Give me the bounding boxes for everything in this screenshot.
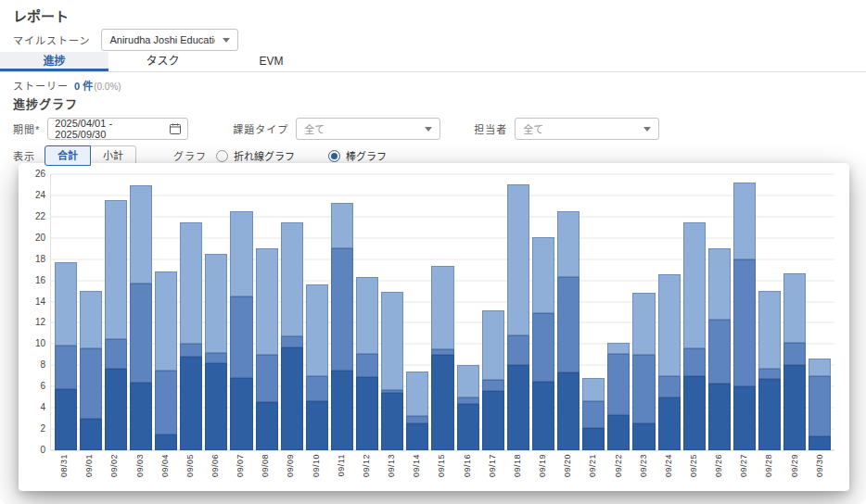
bar-segment-series-2	[658, 376, 681, 397]
bar-09/24[interactable]	[658, 174, 681, 450]
bar-09/19[interactable]	[532, 174, 554, 450]
bar-09/20[interactable]	[557, 174, 579, 450]
bar-09/26[interactable]	[708, 174, 731, 450]
bar-graph-radio[interactable]: 棒グラフ	[328, 148, 396, 163]
bar-segment-series-2	[683, 348, 706, 376]
bar-09/16[interactable]	[457, 174, 479, 450]
bar-segment-series-3	[256, 248, 278, 355]
bar-09/05[interactable]	[180, 174, 202, 450]
bar-segment-series-2	[155, 371, 177, 435]
stacked-bar-chart: 02468101214161820222426 08/3109/0109/020…	[24, 174, 834, 489]
y-tick-label: 26	[35, 170, 45, 179]
bar-segment-series-1	[457, 404, 479, 450]
x-tick-label: 09/02	[102, 450, 127, 489]
issue-type-label: 課題タイプ	[233, 121, 288, 136]
period-date-range-input[interactable]: 2025/04/01 - 2025/09/30	[47, 118, 188, 140]
bar-segment-series-2	[557, 277, 579, 372]
bar-segment-series-1	[783, 365, 806, 450]
bar-segment-series-2	[180, 344, 202, 357]
bar-09/25[interactable]	[683, 174, 706, 450]
x-tick-label: 09/27	[732, 450, 757, 489]
bar-09/14[interactable]	[406, 174, 428, 450]
assignee-select[interactable]: 全て	[515, 118, 659, 140]
bar-09/04[interactable]	[155, 174, 177, 450]
story-percent: (0.0%)	[94, 82, 121, 92]
bar-segment-series-1	[381, 393, 403, 450]
bar-09/12[interactable]	[356, 174, 378, 450]
bar-graph-radio-label: 棒グラフ	[346, 148, 387, 163]
bar-segment-series-3	[683, 222, 706, 348]
bar-segment-series-2	[733, 259, 756, 387]
bar-segment-series-2	[281, 336, 303, 346]
tab-tasks[interactable]: タスク	[108, 52, 217, 71]
x-tick-label: 09/24	[656, 450, 681, 489]
bar-segment-series-1	[155, 435, 177, 450]
bar-segment-series-1	[708, 384, 731, 450]
bars-container	[51, 174, 834, 450]
bar-segment-series-2	[205, 353, 227, 363]
bar-segment-series-1	[130, 383, 152, 450]
bar-segment-series-3	[55, 262, 77, 345]
bar-segment-series-1	[557, 372, 579, 450]
bar-segment-series-1	[230, 378, 252, 450]
bar-09/01[interactable]	[80, 174, 102, 450]
bar-09/02[interactable]	[105, 174, 127, 450]
bar-segment-series-2	[708, 320, 731, 384]
story-summary-row: ストーリー 0 件 (0.0%)	[13, 78, 121, 93]
bar-09/08[interactable]	[256, 174, 278, 450]
bar-segment-series-1	[205, 363, 227, 450]
bar-09/29[interactable]	[783, 174, 806, 450]
bar-segment-series-3	[708, 248, 731, 320]
bar-segment-series-3	[783, 273, 806, 344]
bar-09/22[interactable]	[607, 174, 630, 450]
tab-progress[interactable]: 進捗	[0, 52, 108, 71]
bar-09/10[interactable]	[306, 174, 328, 450]
bar-09/30[interactable]	[809, 174, 831, 450]
bar-09/13[interactable]	[381, 174, 403, 450]
bar-09/27[interactable]	[733, 174, 756, 450]
bar-segment-series-1	[809, 436, 831, 450]
chevron-down-icon	[643, 127, 651, 132]
bar-09/15[interactable]	[431, 174, 453, 450]
issue-type-select[interactable]: 全て	[296, 118, 440, 140]
bar-09/06[interactable]	[205, 174, 227, 450]
bar-segment-series-2	[457, 397, 479, 404]
bar-09/09[interactable]	[281, 174, 303, 450]
bar-segment-series-2	[306, 376, 328, 402]
bar-segment-series-3	[758, 291, 781, 369]
bar-segment-series-3	[733, 183, 756, 259]
bar-09/03[interactable]	[130, 174, 152, 450]
bar-segment-series-1	[356, 377, 378, 450]
progress-graph-section-title: 進捗グラフ	[13, 94, 78, 112]
page-title: レポート	[13, 6, 69, 25]
bar-09/11[interactable]	[331, 174, 353, 450]
radio-selected-icon	[328, 150, 340, 162]
milestone-select[interactable]: Anirudha Joshi Education	[101, 29, 238, 51]
period-value: 2025/04/01 - 2025/09/30	[55, 118, 165, 140]
bar-09/18[interactable]	[507, 174, 529, 450]
bar-segment-series-2	[331, 248, 353, 371]
bar-segment-series-2	[482, 380, 504, 390]
y-tick-label: 2	[40, 424, 45, 434]
bar-segment-series-2	[507, 335, 529, 365]
line-graph-radio[interactable]: 折れ線グラフ	[216, 148, 304, 163]
tab-evm[interactable]: EVM	[217, 52, 325, 71]
bar-segment-series-3	[230, 211, 252, 296]
x-tick-label: 09/13	[379, 450, 404, 489]
x-tick-label: 08/31	[52, 450, 77, 489]
bar-09/21[interactable]	[582, 174, 605, 450]
bar-09/07[interactable]	[230, 174, 252, 450]
total-toggle-button[interactable]: 合計	[45, 145, 91, 166]
y-tick-label: 22	[35, 212, 45, 221]
x-tick-label: 09/19	[530, 450, 555, 489]
bar-08/31[interactable]	[55, 174, 77, 450]
bar-segment-series-2	[230, 296, 252, 378]
x-tick-label: 09/14	[404, 450, 429, 489]
x-tick-label: 09/15	[429, 450, 454, 489]
line-graph-radio-label: 折れ線グラフ	[234, 148, 295, 163]
bar-09/23[interactable]	[632, 174, 655, 450]
radio-unselected-icon	[216, 150, 228, 162]
milestone-label: マイルストーン	[13, 32, 90, 47]
bar-09/17[interactable]	[482, 174, 504, 450]
bar-09/28[interactable]	[758, 174, 781, 450]
